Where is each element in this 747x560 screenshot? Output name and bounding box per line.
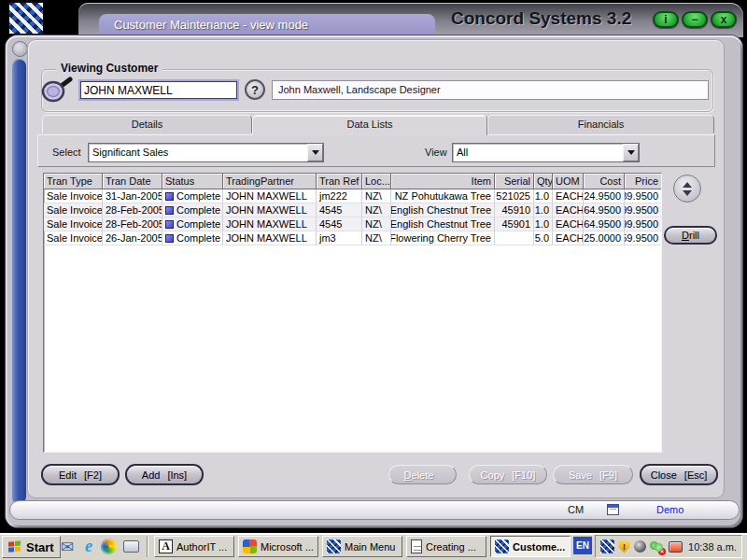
viewing-customer-label: Viewing Customer xyxy=(56,62,162,75)
language-indicator[interactable]: EN xyxy=(573,537,592,554)
magnifier-icon xyxy=(39,76,75,104)
concord-icon xyxy=(327,539,341,553)
cell-tran_date: 26-Jan-2005 xyxy=(103,231,162,245)
task-label: Main Menu xyxy=(345,541,395,553)
taskbar-divider xyxy=(147,537,148,557)
select-dropdown[interactable]: Significant Sales xyxy=(88,143,324,162)
table-row[interactable]: Sale Invoice28-Feb-2005CompleteJOHN MAXW… xyxy=(44,217,661,231)
cell-trading_partner: JOHN MAXWELL xyxy=(223,217,317,231)
offline-x-badge xyxy=(658,548,666,555)
cell-serial: 521025 xyxy=(495,189,534,203)
cell-status: Complete xyxy=(162,203,223,217)
column-header-trading_partner[interactable]: TradingPartner xyxy=(223,174,317,189)
copy-button[interactable]: Copy[F10] xyxy=(469,465,547,484)
close-glyph: x xyxy=(721,14,727,25)
close-button[interactable]: x xyxy=(711,11,737,28)
taskbar-button-3[interactable]: Main Menu xyxy=(322,536,402,557)
cell-price: 99.9500 xyxy=(625,203,662,217)
drill-button[interactable]: Drill xyxy=(664,226,717,245)
desktop: Customer Maintenance - view mode Concord… xyxy=(0,0,747,560)
messenger-offline-icon[interactable] xyxy=(650,540,665,553)
select-dropdown-arrow[interactable] xyxy=(307,144,323,161)
task-label: Custome... xyxy=(513,541,565,553)
column-header-tran_ref[interactable]: Tran Ref xyxy=(317,174,362,189)
column-header-status[interactable]: Status xyxy=(162,174,223,189)
button-key: [Ins] xyxy=(167,469,187,481)
cell-item: NZ Pohutukawa Tree xyxy=(391,189,495,203)
concord-tray-icon[interactable] xyxy=(600,539,614,553)
tab-details[interactable]: Details xyxy=(42,115,252,133)
cell-tran_date: 31-Jan-2005 xyxy=(103,189,162,203)
arrow-up-icon xyxy=(683,182,692,188)
taskbar-button-5[interactable]: Custome... xyxy=(490,536,571,557)
cell-tran_ref: 4545 xyxy=(317,217,362,231)
column-header-item[interactable]: Item xyxy=(391,174,495,189)
cell-serial xyxy=(495,231,534,245)
minimize-button[interactable]: − xyxy=(682,11,708,28)
customer-description-field: John Maxwell, Landscape Designer xyxy=(272,80,709,100)
column-header-qty[interactable]: Qty xyxy=(534,174,553,189)
cell-qty: 1.0 xyxy=(534,217,553,231)
table-row[interactable]: Sale Invoice26-Jan-2005CompleteJOHN MAXW… xyxy=(44,231,661,245)
tab-financials[interactable]: Financials xyxy=(487,115,714,133)
taskbar-button-1[interactable]: AuthorIT ... xyxy=(154,536,234,557)
column-header-uom[interactable]: UOM xyxy=(553,174,584,189)
cell-loc: NZ\ xyxy=(362,217,391,231)
view-dropdown-value: All xyxy=(453,144,623,161)
tab-data-lists[interactable]: Data Lists xyxy=(252,115,487,135)
help-button[interactable]: ? xyxy=(245,79,265,100)
close-window-button[interactable]: Close[Esc] xyxy=(640,464,718,485)
windows-logo-icon xyxy=(8,540,22,554)
media-player-icon[interactable] xyxy=(101,539,117,554)
column-header-tran_type[interactable]: Tran Type xyxy=(44,174,103,189)
display-settings-icon[interactable] xyxy=(669,541,683,553)
row-spinner-button[interactable] xyxy=(673,175,701,203)
column-header-tran_date[interactable]: Tran Date xyxy=(103,174,162,189)
save-button[interactable]: Save[F9] xyxy=(553,465,633,484)
status-complete-icon xyxy=(165,192,174,201)
window-menu-button[interactable] xyxy=(12,41,28,57)
add-button[interactable]: Add[Ins] xyxy=(125,464,204,485)
cell-qty: 5.0 xyxy=(534,231,553,245)
delete-button[interactable]: Delete xyxy=(388,465,457,484)
cell-tran_ref: jm222 xyxy=(317,189,362,203)
concord-logo-icon xyxy=(8,2,44,35)
column-header-cost[interactable]: Cost xyxy=(584,174,625,189)
chevron-down-icon xyxy=(312,150,319,155)
view-dropdown[interactable]: All xyxy=(452,143,640,162)
cell-tran_date: 28-Feb-2005 xyxy=(103,203,162,217)
document-icon xyxy=(411,539,422,553)
drill-label: Drill xyxy=(682,230,699,241)
transactions-table: Tran TypeTran DateStatusTradingPartnerTr… xyxy=(43,173,662,453)
tab-label: Financials xyxy=(578,119,625,130)
cell-uom: EACH xyxy=(553,189,584,203)
left-accent-bar xyxy=(11,59,26,504)
table-row[interactable]: Sale Invoice28-Feb-2005CompleteJOHN MAXW… xyxy=(44,203,661,217)
cell-status: Complete xyxy=(162,189,223,203)
internet-explorer-icon[interactable] xyxy=(78,536,99,556)
customer-code-input[interactable] xyxy=(78,79,239,101)
table-row[interactable]: Sale Invoice31-Jan-2005CompleteJOHN MAXW… xyxy=(44,189,661,203)
outlook-express-icon[interactable] xyxy=(57,537,78,557)
cell-status: Complete xyxy=(162,231,223,245)
taskbar-button-2[interactable]: Microsoft ... xyxy=(238,536,318,557)
show-desktop-icon[interactable] xyxy=(123,540,139,553)
taskbar-button-4[interactable]: Creating ... xyxy=(406,536,486,557)
chevron-down-icon xyxy=(627,150,635,155)
button-label: Close xyxy=(651,469,677,481)
edit-button[interactable]: Edit[F2] xyxy=(41,464,120,485)
volume-icon[interactable] xyxy=(634,540,646,553)
view-dropdown-arrow[interactable] xyxy=(623,144,639,161)
start-button[interactable]: Start xyxy=(2,536,61,558)
column-header-price[interactable]: Price xyxy=(625,174,662,189)
column-header-loc[interactable]: Loc... xyxy=(362,174,391,189)
column-header-serial[interactable]: Serial xyxy=(495,174,534,189)
clock: 10:38 a.m. xyxy=(688,541,737,553)
cell-tran_ref: jm3 xyxy=(317,231,362,245)
info-button[interactable]: i xyxy=(653,11,679,28)
cell-loc: NZ\ xyxy=(362,189,391,203)
security-shield-icon[interactable] xyxy=(618,540,630,553)
cell-price: 59.9500 xyxy=(625,231,662,245)
cell-tran_type: Sale Invoice xyxy=(44,231,103,245)
cell-item: Flowering Cherry Tree xyxy=(391,231,495,245)
